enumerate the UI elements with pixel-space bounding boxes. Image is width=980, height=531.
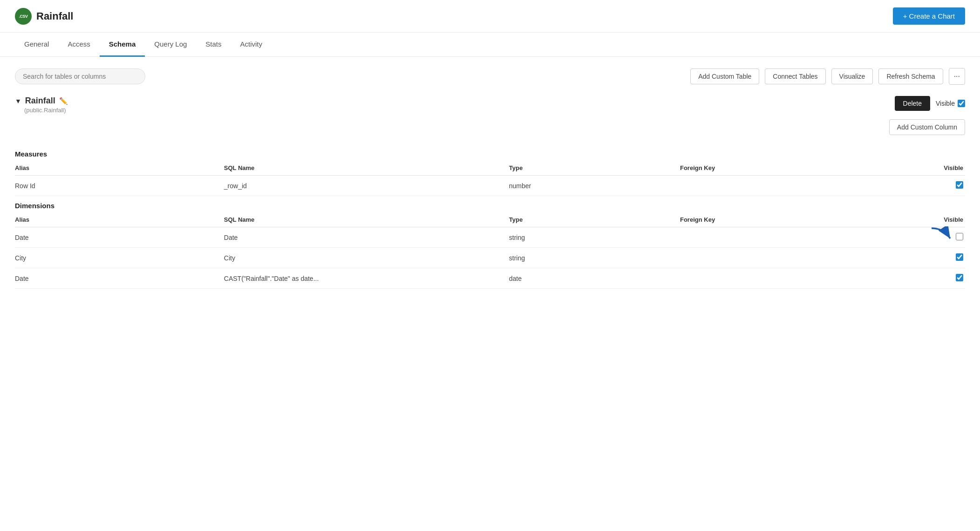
- dimensions-row-2: Date CAST("Rainfall"."Date" as date... d…: [15, 268, 965, 289]
- table-name: Rainfall: [25, 96, 55, 106]
- tab-access[interactable]: Access: [58, 33, 99, 57]
- measures-row-0-visible-checkbox[interactable]: [956, 181, 963, 189]
- header: .CSV Rainfall + Create a Chart: [0, 0, 980, 33]
- edit-icon[interactable]: ✏️: [59, 97, 68, 105]
- add-custom-table-button[interactable]: Add Custom Table: [690, 68, 759, 84]
- dimensions-row-0-visible-checkbox[interactable]: [956, 233, 963, 240]
- content-area: Add Custom Table Connect Tables Visualiz…: [0, 57, 980, 300]
- app-title: Rainfall: [36, 10, 73, 22]
- tab-query-log[interactable]: Query Log: [145, 33, 196, 57]
- table-name-row: ▼ Rainfall ✏️: [15, 96, 68, 106]
- schema-toolbar: Add Custom Table Connect Tables Visualiz…: [15, 68, 965, 85]
- header-left: .CSV Rainfall: [15, 8, 73, 25]
- table-subtitle: (public.Rainfall): [24, 107, 68, 114]
- delete-button[interactable]: Delete: [895, 96, 930, 111]
- tab-activity[interactable]: Activity: [231, 33, 272, 57]
- table-visible-checkbox[interactable]: [958, 100, 965, 107]
- collapse-arrow-icon[interactable]: ▼: [15, 97, 21, 105]
- dimensions-row-1-visible-checkbox[interactable]: [956, 253, 963, 261]
- blue-arrow-annotation: [930, 226, 953, 243]
- measures-col-header: Alias SQL Name Type Foreign Key Visible: [15, 161, 965, 176]
- visualize-button[interactable]: Visualize: [831, 68, 873, 84]
- tabs-bar: General Access Schema Query Log Stats Ac…: [0, 33, 980, 57]
- table-header-row: ▼ Rainfall ✏️ (public.Rainfall) Delete V…: [15, 96, 965, 114]
- visible-toggle-row: Visible: [936, 100, 965, 107]
- connect-tables-button[interactable]: Connect Tables: [765, 68, 825, 84]
- dimensions-row-2-visible-checkbox[interactable]: [956, 274, 963, 281]
- dimensions-section-header: Dimensions: [15, 196, 965, 213]
- search-input[interactable]: [15, 68, 145, 84]
- dimensions-row-1: City City string: [15, 248, 965, 268]
- tab-stats[interactable]: Stats: [196, 33, 231, 57]
- dimensions-row-0: Date Date string: [15, 227, 965, 248]
- tab-schema[interactable]: Schema: [100, 33, 145, 57]
- refresh-schema-button[interactable]: Refresh Schema: [878, 68, 943, 84]
- add-custom-column-row: Add Custom Column: [15, 119, 965, 135]
- csv-badge: .CSV: [15, 8, 32, 25]
- add-custom-column-button[interactable]: Add Custom Column: [889, 119, 965, 135]
- measures-section-header: Measures: [15, 144, 965, 161]
- table-name-block: ▼ Rainfall ✏️ (public.Rainfall): [15, 96, 68, 114]
- create-chart-button[interactable]: + Create a Chart: [893, 7, 965, 25]
- more-options-button[interactable]: ···: [949, 68, 965, 85]
- table-actions: Delete Visible: [895, 96, 965, 111]
- schema-table: Measures Alias SQL Name Type Foreign Key…: [15, 144, 965, 289]
- dimensions-col-header: Alias SQL Name Type Foreign Key Visible: [15, 212, 965, 227]
- measures-row-0: Row Id _row_id number: [15, 176, 965, 196]
- tab-general[interactable]: General: [15, 33, 58, 57]
